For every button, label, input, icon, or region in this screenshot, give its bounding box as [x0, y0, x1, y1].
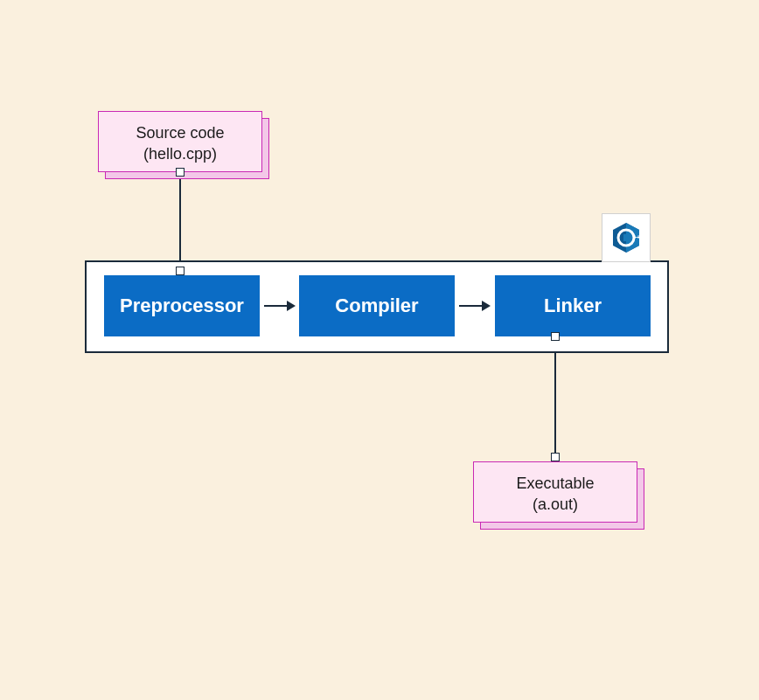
cpp-logo-icon: ++: [609, 220, 644, 255]
output-box: Executable (a.out): [473, 461, 637, 523]
connector-node: [551, 453, 560, 461]
connector-node: [176, 267, 185, 275]
stage-linker-label: Linker: [544, 295, 602, 317]
output-box-subtitle: (a.out): [491, 494, 619, 515]
stage-compiler: Compiler: [299, 275, 455, 336]
stage-preprocessor-label: Preprocessor: [120, 295, 244, 317]
arrow-icon: [457, 299, 492, 313]
connector-line: [554, 341, 556, 457]
connector-node: [176, 168, 185, 177]
svg-text:++: ++: [633, 234, 640, 240]
svg-marker-8: [482, 301, 491, 311]
connector-line: [179, 177, 181, 271]
output-box-title: Executable: [491, 473, 619, 494]
stage-linker: Linker: [495, 275, 651, 336]
source-box-subtitle: (hello.cpp): [116, 143, 244, 164]
source-box-title: Source code: [116, 122, 244, 143]
source-box: Source code (hello.cpp): [98, 111, 262, 172]
stage-compiler-label: Compiler: [335, 295, 418, 317]
svg-rect-3: [623, 234, 630, 241]
cpp-logo-box: ++: [602, 213, 651, 262]
connector-node: [551, 332, 560, 341]
arrow-icon: [262, 299, 297, 313]
svg-marker-6: [287, 301, 296, 311]
stage-preprocessor: Preprocessor: [104, 275, 260, 336]
